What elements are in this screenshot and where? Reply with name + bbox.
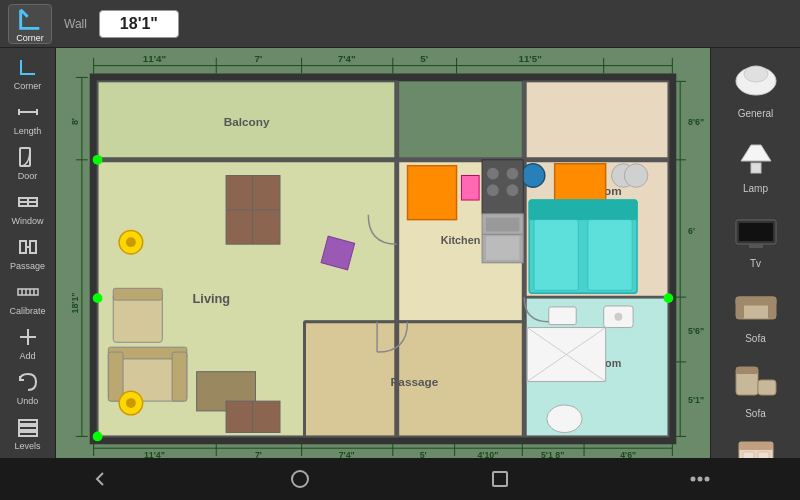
svg-text:11'5": 11'5" bbox=[518, 53, 541, 64]
bed-preview bbox=[721, 431, 791, 458]
wall-value[interactable]: 18'1" bbox=[99, 10, 179, 38]
sidebar-item-calibrate[interactable]: Calibrate bbox=[3, 276, 53, 319]
svg-rect-11 bbox=[18, 289, 38, 295]
back-button[interactable] bbox=[70, 461, 130, 497]
svg-text:5'1 8": 5'1 8" bbox=[541, 450, 564, 458]
svg-text:5': 5' bbox=[420, 53, 428, 64]
svg-text:Living: Living bbox=[193, 291, 231, 306]
svg-rect-138 bbox=[751, 163, 761, 173]
furniture-item-tv[interactable]: Tv bbox=[715, 202, 797, 273]
svg-text:8'6": 8'6" bbox=[688, 117, 704, 127]
svg-rect-77 bbox=[408, 166, 457, 220]
svg-text:6': 6' bbox=[688, 226, 695, 236]
svg-point-79 bbox=[521, 164, 545, 188]
sidebar-corner-label: Corner bbox=[14, 81, 42, 91]
svg-text:11'4": 11'4" bbox=[143, 53, 166, 64]
svg-rect-80 bbox=[555, 164, 606, 203]
svg-text:7'4": 7'4" bbox=[339, 450, 355, 458]
svg-point-56 bbox=[93, 155, 103, 165]
svg-point-99 bbox=[614, 313, 622, 321]
svg-marker-139 bbox=[741, 145, 771, 161]
sidebar-item-undo[interactable]: Undo bbox=[3, 366, 53, 409]
sidebar-undo-label: Undo bbox=[17, 396, 39, 406]
svg-rect-18 bbox=[19, 420, 37, 424]
sofa1-preview bbox=[721, 281, 791, 331]
svg-text:7'4": 7'4" bbox=[338, 53, 356, 64]
sidebar-levels-label: Levels bbox=[14, 441, 40, 451]
svg-rect-8 bbox=[20, 241, 26, 253]
svg-text:5'1": 5'1" bbox=[688, 395, 704, 405]
sidebar-item-levels[interactable]: Levels bbox=[3, 411, 53, 454]
furniture-item-sofa2[interactable]: Sofa bbox=[715, 352, 797, 423]
svg-rect-63 bbox=[172, 352, 187, 401]
svg-point-84 bbox=[487, 168, 499, 180]
svg-rect-91 bbox=[486, 236, 519, 260]
sidebar-passage-label: Passage bbox=[10, 261, 45, 271]
bottom-nav bbox=[0, 458, 800, 500]
corner-label: Corner bbox=[16, 33, 44, 43]
lamp-label: Lamp bbox=[743, 183, 768, 194]
svg-text:5': 5' bbox=[420, 450, 427, 458]
sidebar-item-window[interactable]: Window bbox=[3, 187, 53, 230]
floor-plan-svg[interactable]: 11'4" 7' 7'4" 5' 11'5" Balcony Living Ki… bbox=[56, 48, 710, 458]
top-toolbar: Corner Wall 18'1" bbox=[0, 0, 800, 48]
svg-rect-9 bbox=[30, 241, 36, 253]
sidebar-calibrate-label: Calibrate bbox=[9, 306, 45, 316]
svg-rect-97 bbox=[549, 307, 576, 325]
general-label: General bbox=[738, 108, 774, 119]
sofa1-label: Sofa bbox=[745, 333, 766, 344]
svg-point-156 bbox=[692, 478, 695, 481]
svg-text:8': 8' bbox=[70, 118, 80, 125]
furniture-item-lamp[interactable]: Lamp bbox=[715, 127, 797, 198]
tv-preview bbox=[721, 206, 791, 256]
svg-point-87 bbox=[507, 184, 519, 196]
svg-rect-20 bbox=[19, 432, 37, 436]
svg-text:18'1": 18'1" bbox=[70, 293, 80, 314]
sofa2-preview bbox=[721, 356, 791, 406]
sidebar-item-door[interactable]: Door bbox=[3, 142, 53, 185]
svg-point-86 bbox=[487, 184, 499, 196]
svg-point-82 bbox=[624, 164, 648, 188]
main-area: Corner Length Door Window bbox=[0, 48, 800, 458]
svg-point-154 bbox=[292, 471, 308, 487]
svg-point-57 bbox=[93, 432, 103, 442]
svg-rect-141 bbox=[739, 223, 773, 241]
wall-label: Wall bbox=[64, 17, 87, 31]
svg-rect-95 bbox=[588, 220, 632, 291]
furniture-item-sofa1[interactable]: Sofa bbox=[715, 277, 797, 348]
svg-rect-145 bbox=[736, 297, 744, 319]
svg-text:7': 7' bbox=[255, 450, 262, 458]
sidebar-length-label: Length bbox=[14, 126, 42, 136]
svg-rect-151 bbox=[739, 442, 773, 450]
svg-rect-94 bbox=[534, 220, 578, 291]
tv-label: Tv bbox=[750, 258, 761, 269]
sidebar-item-passage[interactable]: Passage bbox=[3, 232, 53, 275]
furniture-item-general[interactable]: General bbox=[715, 52, 797, 123]
left-sidebar: Corner Length Door Window bbox=[0, 48, 56, 458]
svg-point-75 bbox=[126, 398, 136, 408]
general-preview bbox=[721, 56, 791, 106]
sofa2-label: Sofa bbox=[745, 408, 766, 419]
svg-text:4'6": 4'6" bbox=[620, 450, 636, 458]
svg-rect-90 bbox=[486, 218, 519, 232]
furniture-item-bed[interactable]: Bed bbox=[715, 427, 797, 458]
recents-button[interactable] bbox=[470, 461, 530, 497]
home-button[interactable] bbox=[270, 461, 330, 497]
svg-rect-146 bbox=[768, 297, 776, 319]
sidebar-item-add[interactable]: Add bbox=[3, 321, 53, 364]
sidebar-item-length[interactable]: Length bbox=[3, 97, 53, 140]
sidebar-window-label: Window bbox=[11, 216, 43, 226]
canvas-area[interactable]: 11'4" 7' 7'4" 5' 11'5" Balcony Living Ki… bbox=[56, 48, 710, 458]
svg-rect-19 bbox=[19, 426, 37, 430]
svg-text:Balcony: Balcony bbox=[224, 115, 270, 128]
svg-rect-66 bbox=[113, 288, 162, 300]
svg-rect-155 bbox=[493, 472, 507, 486]
svg-point-59 bbox=[664, 293, 674, 303]
menu-button[interactable] bbox=[670, 461, 730, 497]
svg-text:5'6": 5'6" bbox=[688, 326, 704, 336]
sidebar-item-corner[interactable]: Corner bbox=[3, 52, 53, 95]
svg-rect-93 bbox=[529, 200, 637, 220]
lamp-preview bbox=[721, 131, 791, 181]
svg-point-158 bbox=[706, 478, 709, 481]
corner-button[interactable]: Corner bbox=[8, 4, 52, 44]
